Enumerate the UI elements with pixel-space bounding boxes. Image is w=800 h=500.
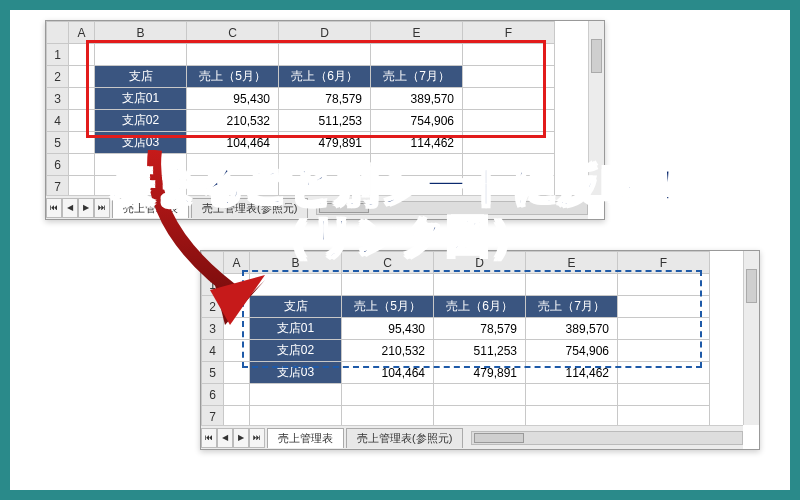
nav-last-button[interactable]: ⏭: [94, 198, 110, 218]
spreadsheet-grid-bottom[interactable]: A B C D E F 1 2 支店 売上（5月） 売上（6月） 売上（7月）: [201, 251, 710, 425]
sheet-tab[interactable]: 売上管理表(参照元): [346, 428, 463, 448]
col-header[interactable]: C: [187, 22, 279, 44]
select-all-corner[interactable]: [202, 252, 224, 274]
sheet-tab[interactable]: 売上管理表: [267, 428, 344, 448]
nav-first-button[interactable]: ⏮: [201, 428, 217, 448]
table-header-cell[interactable]: 売上（7月）: [526, 296, 618, 318]
sheet-tab[interactable]: 売上管理表: [112, 198, 189, 218]
sheet-tab[interactable]: 売上管理表(参照元): [191, 198, 308, 218]
table-header-cell[interactable]: 売上（5月）: [187, 66, 279, 88]
value-cell[interactable]: 479,891: [279, 132, 371, 154]
row-header[interactable]: 4: [202, 340, 224, 362]
horizontal-scrollbar[interactable]: [471, 431, 743, 445]
table-row[interactable]: 3 支店01 95,430 78,579 389,570: [202, 318, 710, 340]
row-header[interactable]: 3: [47, 88, 69, 110]
vertical-scrollbar[interactable]: [743, 251, 759, 425]
row-header[interactable]: 5: [202, 362, 224, 384]
row-header[interactable]: 1: [202, 274, 224, 296]
value-cell[interactable]: 479,891: [434, 362, 526, 384]
spreadsheet-grid-top[interactable]: A B C D E F 1 2 支店 売上（5月） 売上（6月） 売上（7月）: [46, 21, 555, 195]
col-header[interactable]: E: [526, 252, 618, 274]
row-header[interactable]: 4: [47, 110, 69, 132]
value-cell[interactable]: 104,464: [187, 132, 279, 154]
excel-window-top: A B C D E F 1 2 支店 売上（5月） 売上（6月） 売上（7月）: [45, 20, 605, 220]
value-cell[interactable]: 754,906: [526, 340, 618, 362]
nav-first-button[interactable]: ⏮: [46, 198, 62, 218]
value-cell[interactable]: 754,906: [371, 110, 463, 132]
value-cell[interactable]: 114,462: [371, 132, 463, 154]
row-header[interactable]: 6: [202, 384, 224, 406]
value-cell[interactable]: 78,579: [434, 318, 526, 340]
value-cell[interactable]: 114,462: [526, 362, 618, 384]
row-header[interactable]: 7: [202, 406, 224, 426]
row-header[interactable]: 2: [202, 296, 224, 318]
store-cell[interactable]: 支店03: [250, 362, 342, 384]
nav-prev-button[interactable]: ◀: [62, 198, 78, 218]
table-row[interactable]: 4 支店02 210,532 511,253 754,906: [202, 340, 710, 362]
col-header[interactable]: D: [434, 252, 526, 274]
row-header[interactable]: 3: [202, 318, 224, 340]
nav-prev-button[interactable]: ◀: [217, 428, 233, 448]
nav-next-button[interactable]: ▶: [233, 428, 249, 448]
select-all-corner[interactable]: [47, 22, 69, 44]
excel-window-bottom: A B C D E F 1 2 支店 売上（5月） 売上（6月） 売上（7月）: [200, 250, 760, 450]
table-row[interactable]: 4 支店02 210,532 511,253 754,906: [47, 110, 555, 132]
col-header[interactable]: E: [371, 22, 463, 44]
value-cell[interactable]: 511,253: [434, 340, 526, 362]
value-cell[interactable]: 95,430: [187, 88, 279, 110]
table-header-cell[interactable]: 売上（6月）: [434, 296, 526, 318]
value-cell[interactable]: 389,570: [371, 88, 463, 110]
col-header[interactable]: A: [69, 22, 95, 44]
sheet-tab-bar: ⏮ ◀ ▶ ⏭ 売上管理表 売上管理表(参照元): [201, 425, 743, 449]
value-cell[interactable]: 95,430: [342, 318, 434, 340]
table-row[interactable]: 5 支店03 104,464 479,891 114,462: [47, 132, 555, 154]
col-header[interactable]: F: [463, 22, 555, 44]
col-header[interactable]: F: [618, 252, 710, 274]
horizontal-scrollbar[interactable]: [316, 201, 588, 215]
store-cell[interactable]: 支店01: [250, 318, 342, 340]
row-header[interactable]: 5: [47, 132, 69, 154]
vertical-scrollbar[interactable]: [588, 21, 604, 195]
row-header[interactable]: 7: [47, 176, 69, 196]
col-header[interactable]: D: [279, 22, 371, 44]
row-header[interactable]: 6: [47, 154, 69, 176]
table-header-cell[interactable]: 売上（6月）: [279, 66, 371, 88]
value-cell[interactable]: 210,532: [342, 340, 434, 362]
table-header-cell[interactable]: 支店: [250, 296, 342, 318]
sheet-tab-bar: ⏮ ◀ ▶ ⏭ 売上管理表 売上管理表(参照元): [46, 195, 588, 219]
nav-next-button[interactable]: ▶: [78, 198, 94, 218]
table-header-cell[interactable]: 売上（7月）: [371, 66, 463, 88]
row-header[interactable]: 1: [47, 44, 69, 66]
store-cell[interactable]: 支店02: [250, 340, 342, 362]
table-header-cell[interactable]: 支店: [95, 66, 187, 88]
nav-last-button[interactable]: ⏭: [249, 428, 265, 448]
table-header-cell[interactable]: 売上（5月）: [342, 296, 434, 318]
value-cell[interactable]: 511,253: [279, 110, 371, 132]
value-cell[interactable]: 78,579: [279, 88, 371, 110]
col-header[interactable]: A: [224, 252, 250, 274]
store-cell[interactable]: 支店02: [95, 110, 187, 132]
row-header[interactable]: 2: [47, 66, 69, 88]
value-cell[interactable]: 210,532: [187, 110, 279, 132]
col-header[interactable]: C: [342, 252, 434, 274]
col-header[interactable]: B: [95, 22, 187, 44]
table-row[interactable]: 3 支店01 95,430 78,579 389,570: [47, 88, 555, 110]
store-cell[interactable]: 支店03: [95, 132, 187, 154]
table-row[interactable]: 5 支店03 104,464 479,891 114,462: [202, 362, 710, 384]
value-cell[interactable]: 104,464: [342, 362, 434, 384]
store-cell[interactable]: 支店01: [95, 88, 187, 110]
value-cell[interactable]: 389,570: [526, 318, 618, 340]
col-header[interactable]: B: [250, 252, 342, 274]
